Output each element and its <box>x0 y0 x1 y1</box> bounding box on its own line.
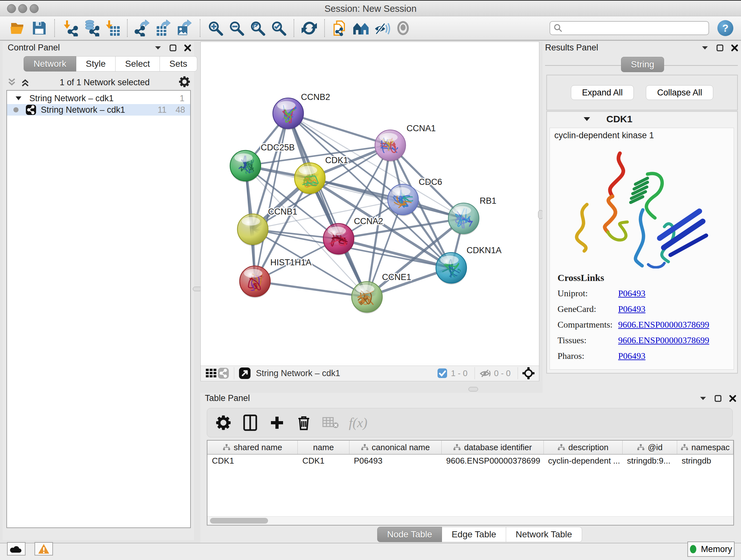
tab-sets[interactable]: Sets <box>160 56 197 71</box>
node-table[interactable]: shared namenamecanonical namedatabase id… <box>207 440 734 525</box>
float-panel-icon[interactable] <box>716 44 724 52</box>
export-table-button[interactable] <box>153 18 174 38</box>
node-ccne1[interactable]: CCNE1 <box>352 272 411 314</box>
cell-name[interactable]: CDK1 <box>298 456 349 466</box>
edge-ccnb2-hist1h1a[interactable] <box>255 113 288 281</box>
new-network-from-selection-button[interactable] <box>329 18 350 38</box>
table-row[interactable]: CDK1CDK1P064939606.ENSP00000378699cyclin… <box>207 455 733 467</box>
search-input[interactable] <box>563 23 698 34</box>
node-label-cdkn1a: CDKN1A <box>467 246 502 255</box>
tab-select[interactable]: Select <box>116 56 160 71</box>
crosslink-row: Compartments:9606.ENSP00000378699 <box>557 320 709 330</box>
network-canvas[interactable]: CCNB2CCNA1CDC25BCDK1CDC6RB1CCNB1CCNA2CDK… <box>201 42 538 366</box>
import-table-button[interactable] <box>102 18 123 38</box>
node-ccna1[interactable]: CCNA1 <box>375 124 436 162</box>
gene-expander-icon[interactable] <box>583 115 591 123</box>
tab-network[interactable]: Network <box>23 56 76 71</box>
export-network-button[interactable] <box>132 18 153 38</box>
collapse-panel-icon[interactable] <box>699 394 707 402</box>
column-header-database-identifier[interactable]: database identifier <box>442 441 544 454</box>
network-collection-row[interactable]: String Network – cdk1 1 <box>7 92 190 104</box>
memory-button[interactable]: Memory <box>687 542 735 557</box>
column-header-name[interactable]: name <box>298 441 349 454</box>
column-header-@id[interactable]: @id <box>623 441 677 454</box>
import-network-from-database-button[interactable] <box>80 18 102 38</box>
collapse-panel-icon[interactable] <box>154 44 162 52</box>
column-header-shared-name[interactable]: shared name <box>207 441 298 454</box>
close-panel-icon[interactable] <box>729 395 737 402</box>
table-options-gear-icon[interactable] <box>215 414 232 431</box>
export-image-button[interactable] <box>174 18 195 38</box>
add-column-icon[interactable] <box>268 414 286 431</box>
refresh-button[interactable] <box>299 18 320 38</box>
zoom-in-button[interactable] <box>205 18 226 38</box>
cell-description[interactable]: cyclin-dependent ... <box>544 456 623 466</box>
cell-canonical-name[interactable]: P06493 <box>349 456 442 466</box>
birdseye-view-button[interactable] <box>393 18 414 38</box>
network-options-gear-icon[interactable] <box>179 76 190 89</box>
crosslink-link[interactable]: P06493 <box>618 351 646 361</box>
search-box[interactable] <box>549 21 709 35</box>
node-ccnb1[interactable]: CCNB1 <box>238 207 297 246</box>
warnings-button[interactable] <box>35 542 53 556</box>
tab-network-table[interactable]: Network Table <box>506 527 582 542</box>
tab-style[interactable]: Style <box>76 56 116 71</box>
collapse-panel-icon[interactable] <box>701 44 709 52</box>
gene-header-row[interactable]: CDK1 <box>547 112 737 126</box>
selected-checkbox-icon[interactable] <box>436 367 448 379</box>
crosslink-link[interactable]: 9606.ENSP00000378699 <box>618 335 709 346</box>
import-network-from-file-button[interactable] <box>59 18 80 38</box>
node-hist1h1a[interactable]: HIST1H1A <box>240 258 312 298</box>
collapse-all-icon[interactable] <box>6 78 17 87</box>
node-cdkn1a[interactable]: CDKN1A <box>436 246 502 285</box>
collection-expander-icon[interactable] <box>15 95 22 102</box>
column-header-description[interactable]: description <box>544 441 623 454</box>
save-session-button[interactable] <box>29 18 50 38</box>
title-bar: Session: New Session <box>0 0 741 16</box>
cell-@id[interactable]: stringdb:9... <box>623 456 677 466</box>
edge-ccnb2-ccna1[interactable] <box>288 113 390 145</box>
zoom-out-button[interactable] <box>226 18 247 38</box>
column-header-canonical-name[interactable]: canonical name <box>349 441 442 454</box>
close-panel-icon[interactable] <box>184 44 192 52</box>
cell-shared-name[interactable]: CDK1 <box>207 456 298 466</box>
expand-all-icon[interactable] <box>20 78 30 87</box>
detach-view-icon[interactable] <box>239 367 251 379</box>
crosslink-link[interactable]: P06493 <box>618 288 646 299</box>
zoom-fit-button[interactable] <box>247 18 268 38</box>
help-button[interactable]: ? <box>718 20 733 36</box>
tab-edge-table[interactable]: Edge Table <box>442 527 506 542</box>
cell-namespac[interactable]: stringdb <box>677 456 733 466</box>
show-hide-details-button[interactable] <box>372 18 393 38</box>
show-columns-icon[interactable] <box>242 414 259 431</box>
first-neighbors-button[interactable] <box>350 18 372 38</box>
hscrollbar-thumb[interactable] <box>210 518 268 523</box>
collapse-all-button[interactable]: Collapse All <box>646 85 713 100</box>
tab-string[interactable]: String <box>621 57 664 72</box>
open-session-button[interactable] <box>8 18 29 38</box>
table-hscrollbar[interactable] <box>207 516 733 525</box>
float-panel-icon[interactable] <box>714 395 722 402</box>
cell-database-identifier[interactable]: 9606.ENSP00000378699 <box>442 456 544 466</box>
grid-view-icon[interactable] <box>205 367 217 379</box>
fit-selected-crosshair-icon[interactable] <box>522 367 535 379</box>
gene-details-box: CDK1 cyclin-dependent kinase 1 <box>546 111 738 374</box>
node-rb1[interactable]: RB1 <box>448 196 496 235</box>
node-cdc25b[interactable]: CDC25B <box>230 143 295 182</box>
tab-node-table[interactable]: Node Table <box>377 527 442 542</box>
zoom-selected-button[interactable] <box>268 18 289 38</box>
close-panel-icon[interactable] <box>731 44 738 52</box>
share-view-icon[interactable] <box>217 367 229 379</box>
network-row[interactable]: String Network – cdk1 11 48 <box>7 104 190 116</box>
float-panel-icon[interactable] <box>169 44 177 52</box>
cloud-button[interactable] <box>7 542 25 556</box>
crosslink-link[interactable]: P06493 <box>618 304 646 314</box>
expand-all-button[interactable]: Expand All <box>571 85 634 100</box>
crosslink-link[interactable]: 9606.ENSP00000378699 <box>618 320 709 330</box>
delete-column-trash-icon[interactable] <box>295 414 313 431</box>
crosslink-label: Pharos: <box>557 351 618 361</box>
edge-hist1h1a-ccne1[interactable] <box>255 281 367 297</box>
horizontal-splitter-grip[interactable] <box>468 387 478 391</box>
column-header-namespac[interactable]: namespac <box>677 441 733 454</box>
network-view-title: String Network – cdk1 <box>256 368 436 378</box>
